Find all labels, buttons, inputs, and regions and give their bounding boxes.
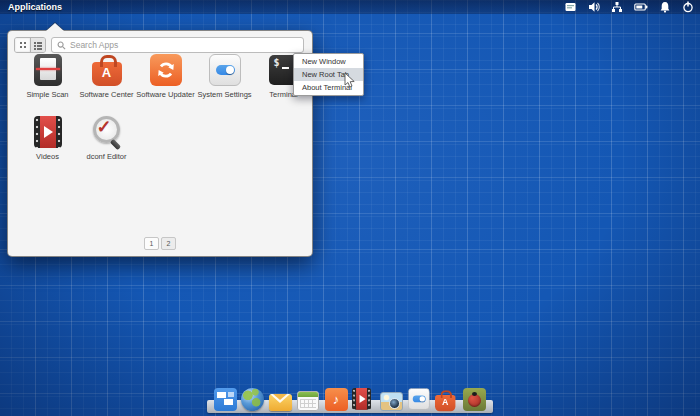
- app-dconf-editor[interactable]: ✓ dconf Editor: [77, 115, 136, 177]
- search-placeholder: Search Apps: [70, 40, 118, 50]
- dock-calendar[interactable]: [297, 388, 320, 411]
- app-system-settings[interactable]: System Settings: [195, 53, 254, 115]
- app-software-updater[interactable]: Software Updater: [136, 53, 195, 115]
- terminal-context-menu: New Window New Root Tab About Terminal: [293, 53, 364, 96]
- dock-web-browser[interactable]: [241, 388, 264, 411]
- app-label: Simple Scan: [26, 90, 68, 99]
- system-settings-toggle-icon: [408, 388, 430, 410]
- app-label: System Settings: [197, 90, 251, 99]
- view-toggle-group: [14, 37, 46, 53]
- web-browser-globe-icon: [241, 388, 264, 411]
- calendar-icon: [297, 391, 319, 411]
- category-view-toggle[interactable]: [30, 38, 45, 52]
- photos-icon: [380, 392, 403, 411]
- dock-ladybug[interactable]: [463, 388, 486, 411]
- top-panel: Applications: [0, 0, 700, 14]
- dock-mail[interactable]: [269, 388, 292, 411]
- app-label: Videos: [36, 152, 59, 161]
- keyboard-layout-icon[interactable]: [564, 1, 577, 13]
- videos-icon: [34, 116, 62, 148]
- session-power-icon[interactable]: [682, 1, 694, 13]
- page-switcher: 1 2: [8, 237, 312, 250]
- volume-icon[interactable]: [588, 1, 600, 13]
- software-center-icon: [92, 62, 122, 86]
- desktop-wallpaper-blueprint: Applications: [0, 0, 700, 416]
- applications-menu-button[interactable]: Applications: [6, 2, 62, 12]
- category-view-icon: [34, 41, 42, 49]
- multitasking-view-icon: [214, 388, 237, 411]
- battery-icon[interactable]: [634, 1, 648, 13]
- network-icon[interactable]: [611, 1, 623, 13]
- ladybug-icon: [463, 388, 486, 411]
- dock-videos[interactable]: [352, 388, 375, 411]
- music-note-icon: ♪: [325, 388, 348, 411]
- system-settings-icon: [209, 54, 241, 86]
- page-button-1[interactable]: 1: [144, 237, 159, 250]
- app-simple-scan[interactable]: Simple Scan: [18, 53, 77, 115]
- app-grid: Simple Scan Software Center: [18, 53, 314, 177]
- system-tray: [564, 0, 694, 14]
- app-videos[interactable]: Videos: [18, 115, 77, 177]
- appcenter-bag-icon: [435, 395, 455, 411]
- grid-view-icon: [20, 42, 26, 48]
- dock-appcenter[interactable]: [435, 388, 458, 411]
- search-input[interactable]: Search Apps: [51, 37, 304, 53]
- dock-photos[interactable]: [380, 388, 403, 411]
- launcher-pointer-arrow: [46, 23, 64, 31]
- app-software-center[interactable]: Software Center: [77, 53, 136, 115]
- mail-envelope-icon: [269, 394, 292, 411]
- launcher-toolbar: Search Apps: [14, 37, 304, 53]
- app-label: Software Updater: [136, 90, 194, 99]
- notifications-bell-icon[interactable]: [659, 1, 671, 13]
- dock-multitasking-view[interactable]: [214, 388, 237, 411]
- menu-item-new-root-tab[interactable]: New Root Tab: [294, 68, 363, 81]
- menu-item-about-terminal[interactable]: About Terminal: [294, 81, 363, 94]
- page-button-2[interactable]: 2: [161, 237, 176, 250]
- dock-music[interactable]: ♪: [325, 388, 348, 411]
- grid-view-toggle[interactable]: [15, 38, 30, 52]
- search-icon: [57, 41, 66, 50]
- dock-system-settings[interactable]: [408, 388, 431, 411]
- app-launcher-window: Search Apps Simple Scan Software Center: [7, 30, 313, 257]
- menu-item-new-window[interactable]: New Window: [294, 55, 363, 68]
- videos-filmstrip-icon: [352, 388, 371, 410]
- app-label: Software Center: [79, 90, 133, 99]
- software-updater-icon: [150, 54, 182, 86]
- dconf-editor-icon: ✓: [90, 115, 124, 149]
- app-label: dconf Editor: [86, 152, 126, 161]
- simple-scan-icon: [34, 54, 62, 86]
- dock: ♪: [207, 387, 493, 413]
